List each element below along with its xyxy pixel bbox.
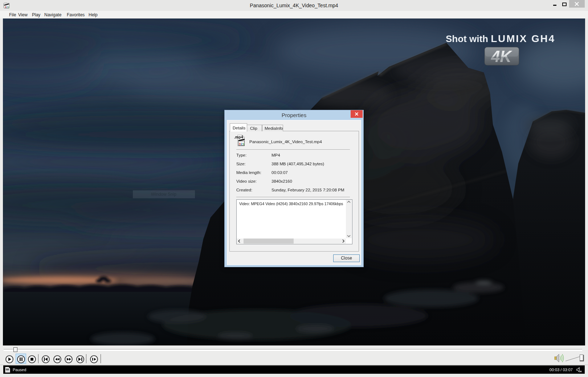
svg-text:4K: 4K bbox=[491, 47, 513, 65]
svg-text:.mp4: .mp4 bbox=[234, 135, 243, 139]
svg-text:Shot with LUMIX GH4: Shot with LUMIX GH4 bbox=[446, 33, 555, 44]
svg-text:1: 1 bbox=[8, 6, 9, 8]
svg-text:Window Snip: Window Snip bbox=[151, 192, 176, 197]
svg-text:1: 1 bbox=[242, 142, 245, 146]
svg-text:321: 321 bbox=[6, 369, 9, 372]
